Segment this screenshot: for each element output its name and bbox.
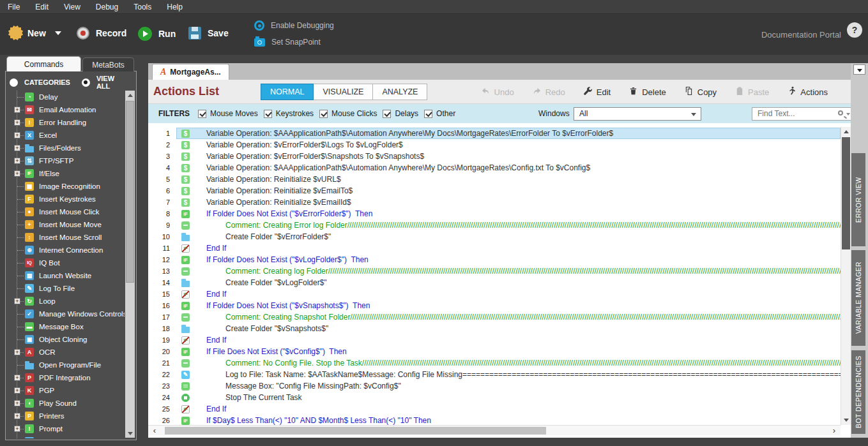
enable-debugging-button[interactable]: Enable Debugging xyxy=(254,20,334,31)
checkbox-icon[interactable] xyxy=(198,110,206,118)
action-row[interactable]: 25IFEnd If xyxy=(148,403,841,415)
expand-icon[interactable]: + xyxy=(14,145,20,151)
sidebar-item-loop[interactable]: +↻Loop xyxy=(7,295,125,308)
sidebar-item-play-sound[interactable]: +◖Play Sound xyxy=(7,397,125,410)
action-row[interactable]: 11IFEnd If xyxy=(148,242,841,254)
sidebar-item-pgp[interactable]: +KPGP xyxy=(7,384,125,397)
menu-help[interactable]: Help xyxy=(159,0,190,14)
sidebar-scrollbar[interactable] xyxy=(125,91,135,438)
sidebar-item-image-recognition[interactable]: ▦Image Recognition xyxy=(7,180,125,193)
set-snappoint-button[interactable]: Set SnapPoint xyxy=(254,37,321,47)
scroll-down-icon[interactable] xyxy=(125,429,135,438)
action-row[interactable]: 22✎Log to File: Task Name: $AATaskName$M… xyxy=(148,369,841,380)
action-row[interactable]: 9Comment: Creating Error log Folder/////… xyxy=(148,219,841,231)
windows-dropdown[interactable]: All xyxy=(574,107,701,121)
sidebar-item-log-to-file[interactable]: ✎Log To File xyxy=(7,282,125,295)
scrollbar-thumb[interactable] xyxy=(165,427,546,435)
categories-radio[interactable] xyxy=(10,78,18,87)
view-mode-analyze[interactable]: ANALYZE xyxy=(373,84,427,100)
tab-commands[interactable]: Commands xyxy=(6,56,81,71)
sidebar-item-prompt[interactable]: +!Prompt xyxy=(7,422,125,435)
action-row[interactable]: 21Comment: No Config File. Stop the Task… xyxy=(148,357,841,369)
actions-button[interactable]: Actions xyxy=(787,86,828,98)
expand-icon[interactable]: + xyxy=(14,119,20,126)
run-button[interactable]: Run xyxy=(138,27,176,41)
expand-icon[interactable]: + xyxy=(14,400,20,406)
expand-icon[interactable]: + xyxy=(14,349,20,355)
sidebar-item-insert-mouse-move[interactable]: +Insert Mouse Move xyxy=(7,218,125,231)
expand-icon[interactable]: + xyxy=(14,132,20,138)
checkbox-icon[interactable] xyxy=(383,110,391,118)
copy-button[interactable]: Copy xyxy=(684,86,717,98)
tab-metabots[interactable]: MetaBots xyxy=(82,57,134,71)
view-mode-normal[interactable]: NORMAL xyxy=(261,84,314,100)
help-icon[interactable]: ? xyxy=(847,22,862,38)
menu-file[interactable]: File xyxy=(0,0,27,14)
actions-vertical-scrollbar[interactable] xyxy=(841,127,851,425)
expand-icon[interactable]: + xyxy=(14,426,20,432)
checkbox-icon[interactable] xyxy=(424,110,432,118)
menu-debug[interactable]: Debug xyxy=(88,0,126,14)
sidebar-item-pdf-integration[interactable]: +PPDF Integration xyxy=(7,371,125,384)
filter-other[interactable]: Other xyxy=(424,109,455,118)
edit-button[interactable]: Edit xyxy=(583,86,611,98)
action-row[interactable]: 23Message Box: "Config File MissingPath:… xyxy=(148,380,841,392)
action-row[interactable]: 10Create Folder "$vErrorFolder$" xyxy=(148,231,841,242)
search-options-icon[interactable] xyxy=(846,113,850,115)
action-row[interactable]: 4$Variable Operation: $AAApplicationPath… xyxy=(148,162,841,174)
sidebar-item-printers[interactable]: +PPrinters xyxy=(7,410,125,422)
action-row[interactable]: 3$Variable Operation: $vErrorFolder$\Sna… xyxy=(148,151,841,162)
action-row[interactable]: 26IFIf $Day$ Less Than(<) "10" AND $Mont… xyxy=(148,415,841,425)
action-row[interactable]: 14Create Folder "$vLogFolder$" xyxy=(148,277,841,288)
sidebar-item-if-else[interactable]: +IFIf/Else xyxy=(7,167,125,180)
action-row[interactable]: 20IFIf File Does Not Exist ("$vConfig$")… xyxy=(148,346,841,357)
delete-button[interactable]: Delete xyxy=(628,86,666,98)
scrollbar-thumb[interactable] xyxy=(842,137,850,249)
sidebar-item-excel[interactable]: +XExcel xyxy=(7,129,125,142)
expand-icon[interactable]: + xyxy=(14,413,20,419)
expand-icon[interactable]: + xyxy=(14,375,20,381)
expand-icon[interactable]: + xyxy=(14,158,20,164)
action-row[interactable]: 17Comment: Creating Snapshot Folder/////… xyxy=(148,311,841,323)
new-button[interactable]: New xyxy=(10,27,61,38)
scrollbar-thumb[interactable] xyxy=(126,101,134,283)
menu-tools[interactable]: Tools xyxy=(126,0,159,14)
scroll-up-icon[interactable] xyxy=(125,91,135,100)
right-tab-error-view[interactable]: ERROR VIEW xyxy=(851,153,865,246)
sidebar-item-launch-website[interactable]: ▤Launch Website xyxy=(7,269,125,282)
view-all-radio[interactable] xyxy=(82,78,90,87)
action-row[interactable]: 18Create Folder "$vSnapshots$" xyxy=(148,323,841,334)
menu-edit[interactable]: Edit xyxy=(27,0,56,14)
sidebar-item-ocr[interactable]: +AOCR xyxy=(7,346,125,359)
sidebar-item-ftp-sftp[interactable]: +⇅FTP/SFTP xyxy=(7,154,125,167)
action-row[interactable]: 2$Variable Operation: $vErrorFolder$\Log… xyxy=(148,139,841,151)
action-row[interactable]: 16IFIf Folder Does Not Exist ("$vSnapsho… xyxy=(148,300,841,311)
action-row[interactable]: 8IFIf Folder Does Not Exist ("$vErrorFol… xyxy=(148,208,841,219)
expand-icon[interactable]: + xyxy=(14,170,20,177)
expand-icon[interactable]: + xyxy=(14,387,20,394)
menu-view[interactable]: View xyxy=(56,0,88,14)
filter-keystrokes[interactable]: Keystrokes xyxy=(264,109,314,118)
view-mode-visualize[interactable]: VISUALIZE xyxy=(314,84,373,100)
action-row[interactable]: 24Stop The Current Task xyxy=(148,392,841,403)
search-icon[interactable] xyxy=(838,110,843,115)
action-row[interactable]: 1$Variable Operation: $AAApplicationPath… xyxy=(148,128,841,139)
sidebar-item-object-cloning[interactable]: ▣Object Cloning xyxy=(7,333,125,346)
scroll-down-icon[interactable] xyxy=(841,415,851,425)
action-row[interactable]: 13Comment: Creating log Folder//////////… xyxy=(148,265,841,277)
action-row[interactable]: 5$Variable Operation: Reinitialize $vURL… xyxy=(148,174,841,185)
checkbox-icon[interactable] xyxy=(264,110,272,118)
sidebar-item-item[interactable] xyxy=(7,435,125,438)
sidebar-item-insert-keystrokes[interactable]: FInsert Keystrokes xyxy=(7,193,125,205)
sidebar-item-iq-bot[interactable]: IQIQ Bot xyxy=(7,256,125,269)
scroll-left-icon[interactable]: ‹ xyxy=(149,426,160,436)
sidebar-item-delay[interactable]: ◔Delay xyxy=(7,91,125,103)
save-button[interactable]: Save xyxy=(188,27,229,40)
actions-horizontal-scrollbar[interactable]: ‹ › xyxy=(148,425,841,435)
right-tab-variable-manager[interactable]: VARIABLE MANAGER xyxy=(851,250,865,346)
expand-icon[interactable]: + xyxy=(14,298,20,304)
sidebar-item-email-automation[interactable]: +✉Email Automation xyxy=(7,103,125,116)
scroll-up-icon[interactable] xyxy=(841,127,851,137)
sidebar-item-open-program-file[interactable]: Open Program/File xyxy=(7,359,125,371)
document-tab[interactable]: A MortgageAs... xyxy=(152,64,229,80)
